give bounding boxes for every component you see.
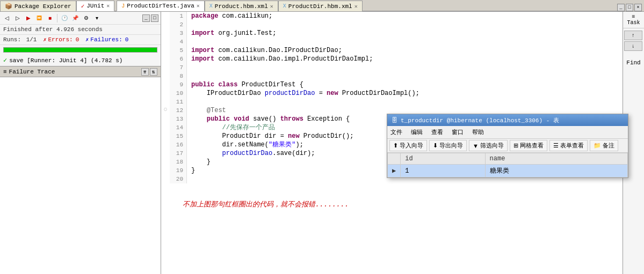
failure-icon: ✗ [85,36,89,43]
test-check-icon: ✓ [3,56,7,64]
junit-icon: ✓ [81,3,85,10]
form-icon: ☰ [553,142,559,149]
menu-file[interactable]: 文件 [388,127,404,137]
export-icon: ⬇ [433,142,438,149]
db-toolbar: ⬆ 导入向导 ⬇ 导出向导 ▼ 筛选向导 ⊞ 网格查看 ☰ 表单查看 [387,139,628,153]
form-view-button[interactable]: ☰ 表单查看 [549,140,588,151]
history-button[interactable]: 🕐 [60,13,69,23]
filter-wizard-button[interactable]: ▼ 筛选向导 [469,140,508,151]
code-line-10: 10 IProductDirDao productDirDao = new Pr… [161,89,623,98]
db-popup-title: 🗄 t_productdir @hibernate (localhost_330… [387,114,628,126]
rerun-failed-button[interactable]: ⏩ [34,13,44,23]
import-icon: ⬆ [393,142,398,149]
menu-help[interactable]: 帮助 [470,127,486,137]
restore-button[interactable]: × [634,4,642,11]
code-line-6: 6 import com.cailikun.Dao.impl.ProductDi… [161,55,623,63]
cell-id: 1 [401,165,485,177]
tab-productdir-hbm[interactable]: X ProductDir.hbm.xml ✕ [278,1,363,11]
tab-product-hbm[interactable]: X Product.hbm.xml ✕ [205,1,278,11]
close-icon-2[interactable]: ✕ [197,3,200,9]
settings-button[interactable]: ⚙ [81,13,91,23]
col-id: id [401,153,485,165]
note-button[interactable]: 📁 备注 [590,140,618,151]
export-wizard-button[interactable]: ⬇ 导出向导 [429,140,467,151]
left-panel: ◁ ▷ ▶ ⏩ ■ 🕐 📌 ⚙ ▾ _ □ Finished after 4.9… [0,12,161,274]
code-line-11: 11 [161,98,623,106]
up-button[interactable]: ↑ [624,31,642,40]
row-marker: ▶ [388,165,401,177]
junit-runs-row: Runs: 1/1 ✗ Errors: 0 ✗ Failures: 0 [0,35,161,45]
xml-icon-2: X [283,3,286,9]
tab-productdirtest[interactable]: J ProductDirTest.java ✕ [117,1,204,11]
junit-toolbar: ◁ ▷ ▶ ⏩ ■ 🕐 📌 ⚙ ▾ _ □ [0,12,161,25]
close-icon-3[interactable]: ✕ [270,3,273,10]
minimize-button[interactable]: _ [617,4,625,11]
code-line-2: 2 [161,20,623,29]
progress-bar-container [3,47,157,53]
menu-edit[interactable]: 编辑 [409,127,425,137]
main-layout: ◁ ▷ ▶ ⏩ ■ 🕐 📌 ⚙ ▾ _ □ Finished after 4.9… [0,12,644,274]
code-line-4: 4 [161,38,623,46]
junit-status: Finished after 4.926 seconds [0,25,161,35]
cell-name: 糖果类 [485,165,627,177]
db-table: id name ▶ 1 糖果类 [387,153,628,177]
code-line-9: 9 public class ProductDirTest { [161,80,623,89]
menu-icon: ≡ [3,69,7,75]
col-name: name [485,153,627,165]
tab-junit[interactable]: ✓ JUnit ✕ [76,1,115,11]
xml-icon-1: X [209,3,213,9]
maximize-button[interactable]: □ [626,4,633,11]
forward-button[interactable]: ▷ [13,13,23,23]
failure-trace-panel: ≡ Failure Trace ⇈ ⇅ [0,66,161,274]
failure-trace-header: ≡ Failure Trace ⇈ ⇅ [0,66,161,77]
annotation-area: 不加上图那句红框圈出的代码，就不会报错........ [161,189,623,220]
maximize-left-button[interactable]: □ [151,14,158,22]
down-button[interactable]: ↓ [624,41,642,51]
minimize-left-button[interactable]: _ [142,14,150,22]
grid-icon: ⊞ [513,142,518,149]
trace-btn-2[interactable]: ⇅ [150,68,157,76]
right-toolbar: ↑ ↓ [623,28,644,53]
db-title-icon: 🗄 [392,117,397,124]
window-controls: _ □ × [617,4,644,11]
view-menu-button[interactable]: ▾ [92,13,102,23]
pin-button[interactable]: 📌 [70,13,80,23]
import-wizard-button[interactable]: ⬆ 导入向导 [389,140,427,151]
note-icon: 📁 [594,142,601,149]
java-icon: J [121,3,125,9]
left-win-controls: _ □ [142,14,158,22]
task-tab-label[interactable]: ≡ Task [623,12,644,28]
progress-bar-fill [4,48,157,52]
grid-view-button[interactable]: ⊞ 网格查看 [510,140,547,151]
db-popup: 🗄 t_productdir @hibernate (localhost_330… [387,114,628,178]
code-line-5: 5 import com.cailikun.Dao.IProductDirDao… [161,46,623,55]
menu-window[interactable]: 窗口 [450,127,466,137]
failure-trace-content [0,77,161,274]
table-row[interactable]: ▶ 1 糖果类 [388,165,628,177]
code-line-3: 3 import org.junit.Test; [161,29,623,38]
find-label[interactable]: Find [623,57,644,68]
db-menu-bar: 文件 编辑 查看 窗口 帮助 [387,126,628,139]
code-line-7: 7 [161,63,623,72]
close-icon-4[interactable]: ✕ [354,3,358,10]
menu-view[interactable]: 查看 [429,127,445,137]
trace-btn-1[interactable]: ⇈ [141,68,149,76]
rerun-button[interactable]: ▶ [24,13,33,23]
code-panel: 1 package com.cailikun; 2 3 import org.j… [161,12,623,274]
task-icon: ≡ [632,14,635,20]
package-icon: 📦 [5,3,12,10]
code-line-1: 1 package com.cailikun; [161,12,623,20]
stop-button[interactable]: ■ [45,13,55,23]
code-line-8: 8 [161,72,623,80]
error-icon: ✗ [43,36,46,43]
close-icon[interactable]: ✕ [106,3,110,9]
junit-test-item[interactable]: ✓ save [Runner: JUnit 4] (4.782 s) [0,55,161,66]
filter-icon: ▼ [473,143,479,149]
tab-package-explorer[interactable]: 📦 Package Explorer [0,1,76,11]
annotation-text: 不加上图那句红框圈出的代码，就不会报错........ [183,201,349,209]
main-tab-bar: 📦 Package Explorer ✓ JUnit ✕ J ProductDi… [0,0,644,12]
back-button[interactable]: ◁ [2,13,12,23]
